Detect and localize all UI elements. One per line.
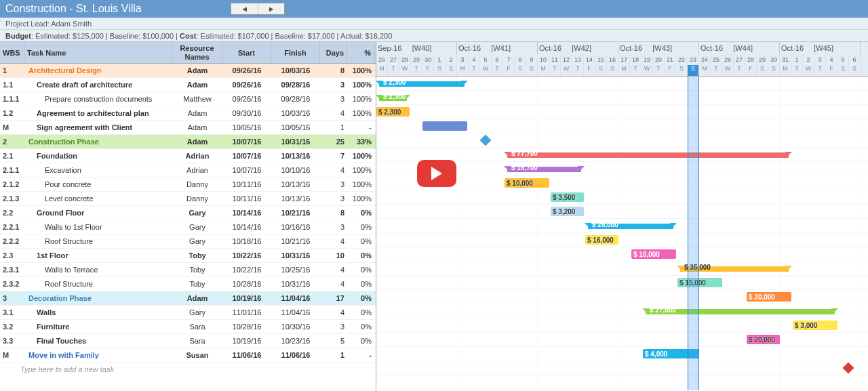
col-res[interactable]: Resource Names	[172, 42, 222, 63]
bar-cost-label: $ 16,000	[587, 235, 614, 245]
timeline-day: 5	[480, 54, 492, 65]
table-row[interactable]: 2Construction PhaseAdam10/07/1610/31/162…	[0, 135, 376, 149]
summary-bar[interactable]: $ 26,000	[588, 224, 673, 229]
summary-bar[interactable]: $ 2,300	[379, 81, 465, 87]
timeline-day: 13	[572, 54, 584, 65]
summary-bar[interactable]: $ 77,700	[507, 152, 789, 158]
timeline-day: 26	[722, 54, 734, 65]
timeline-week: Oct-16 [W42]	[538, 42, 618, 54]
timeline-day: 30	[768, 54, 780, 65]
table-row[interactable]: 2.2.1Walls to 1st FloorGary10/14/1610/16…	[0, 220, 376, 234]
timeline-dow: S	[768, 65, 780, 76]
add-task-input[interactable]: Type here to add a new task	[0, 363, 376, 377]
table-header: WBS Task Name Resource Names Start Finis…	[0, 42, 376, 64]
table-row[interactable]: MMove in with FamilySusan11/06/1611/06/1…	[0, 348, 376, 363]
table-row[interactable]: MSign agreement with ClientAdam10/05/161…	[0, 121, 376, 135]
table-row[interactable]: 2.3.2Roof StructureToby10/28/1610/31/164…	[0, 277, 376, 291]
table-row[interactable]: 3.3Final TouchesSara10/19/1610/23/1650%	[0, 334, 376, 348]
timeline-day: 2	[446, 54, 457, 65]
gantt-row: $ 27,000	[376, 304, 868, 318]
col-wbs[interactable]: WBS	[0, 42, 24, 63]
timeline-dow: S	[607, 65, 618, 76]
table-row[interactable]: 2.31st FloorToby10/22/1610/31/16100%	[0, 249, 376, 263]
table-row[interactable]: 3Decoration PhaseAdam10/19/1611/04/16170…	[0, 291, 376, 306]
timeline-dow: W	[561, 65, 572, 76]
timeline-day: 29	[757, 54, 768, 65]
timeline-week: Oct-16 [W41]	[457, 42, 538, 54]
timeline-dow: S	[434, 65, 446, 76]
table-row[interactable]: 2.2Ground FloorGary10/14/1610/21/1680%	[0, 206, 376, 220]
nav-prev-button[interactable]: ◄	[231, 3, 258, 14]
gantt-row: $ 26,000	[376, 219, 868, 233]
timeline-dow: F	[584, 65, 595, 76]
timeline-day: 15	[595, 54, 607, 65]
table-row[interactable]: 1Architectural DesignAdam09/26/1610/03/1…	[0, 64, 376, 78]
gantt-chart[interactable]: Sep-16 [W40]Oct-16 [W41]Oct-16 [W42]Oct-…	[376, 42, 868, 391]
timeline-dow: M	[538, 65, 549, 76]
bar-cost-label: $ 3,000	[795, 321, 817, 330]
gantt-row	[376, 119, 868, 133]
timeline-dow: F	[826, 65, 837, 76]
table-row[interactable]: 2.1.2Pour concreteDanny10/11/1610/13/163…	[0, 178, 376, 192]
timeline-dow: W	[722, 65, 734, 76]
table-row[interactable]: 2.1.1ExcavationAdrian10/07/1610/10/16410…	[0, 163, 376, 178]
timeline-day: 22	[676, 54, 688, 65]
timeline-day: 28	[399, 54, 411, 65]
summary-bar[interactable]: $ 16,700	[507, 167, 581, 172]
bar-cost-label: $ 10,000	[507, 178, 533, 188]
timeline-day: 31	[780, 54, 791, 65]
timeline-day: 3	[457, 54, 469, 65]
gantt-row: $ 4,000	[376, 347, 868, 361]
today-marker	[688, 77, 699, 390]
timeline-dow: T	[734, 65, 745, 76]
table-row[interactable]: 2.1FoundationAdrian10/07/1610/13/167100%	[0, 149, 376, 163]
table-row[interactable]: 1.2Agreement to architectural planAdam09…	[0, 106, 376, 121]
timeline-day: 17	[618, 54, 630, 65]
timeline-day: 6	[492, 54, 503, 65]
timeline-dow: S	[849, 65, 861, 76]
milestone-marker[interactable]	[843, 363, 854, 374]
timeline-day: 30	[422, 54, 434, 65]
timeline-dow: T	[469, 65, 480, 76]
timeline-day: 10	[538, 54, 549, 65]
gantt-row	[376, 133, 868, 148]
col-pct[interactable]: %	[347, 42, 374, 63]
table-row[interactable]: 2.1.3Level concreteDanny10/11/1610/13/16…	[0, 192, 376, 206]
timeline-dow: T	[572, 65, 584, 76]
task-bar[interactable]: $ 20,000	[747, 292, 791, 302]
timeline-day: 18	[630, 54, 642, 65]
task-bar[interactable]: $ 10,000	[631, 249, 676, 259]
table-row[interactable]: 3.1WallsGary11/01/1611/04/1640%	[0, 306, 376, 320]
table-row[interactable]: 1.1.1Prepare construction documentsMatth…	[0, 92, 376, 106]
summary-bar[interactable]: $ 27,000	[646, 309, 835, 314]
summary-bar[interactable]: $ 2,300	[379, 96, 407, 101]
col-days[interactable]: Days	[320, 42, 347, 63]
bar-cost-label: $ 2,300	[378, 107, 401, 117]
timeline-dow: S	[837, 65, 849, 76]
timeline-day: 7	[503, 54, 515, 65]
nav-next-button[interactable]: ►	[258, 3, 285, 14]
table-row[interactable]: 1.1Create draft of architectureAdam09/26…	[0, 78, 376, 92]
timeline-week: Oct-16 [W43]	[618, 42, 699, 54]
timeline-day: 27	[388, 54, 399, 65]
budget-line: Budget: Estimated: $125,000 | Baseline: …	[0, 30, 868, 42]
timeline-dow: M	[457, 65, 469, 76]
col-start[interactable]: Start	[222, 42, 271, 63]
col-finish[interactable]: Finish	[271, 42, 320, 63]
table-row[interactable]: 2.2.2Roof StructureGary10/18/1610/21/164…	[0, 234, 376, 249]
col-name[interactable]: Task Name	[24, 42, 172, 63]
milestone-marker[interactable]	[480, 135, 492, 146]
project-title: Construction - St. Louis Villa	[5, 3, 142, 15]
gantt-row: $ 35,000	[376, 262, 868, 276]
gantt-row: $ 10,000	[376, 247, 868, 262]
play-icon[interactable]	[417, 160, 456, 187]
timeline-day: 4	[826, 54, 837, 65]
table-row[interactable]: 2.3.1Walls to TerraceToby10/22/1610/25/1…	[0, 263, 376, 277]
timeline-dow: W	[399, 65, 411, 76]
timeline-dow: S	[676, 65, 688, 76]
timeline-dow: F	[503, 65, 515, 76]
timeline-day: 3	[814, 54, 826, 65]
task-bar[interactable]	[422, 121, 467, 131]
timeline-day: 25	[711, 54, 722, 65]
table-row[interactable]: 3.2FurnitureSara10/28/1610/30/1630%	[0, 320, 376, 334]
